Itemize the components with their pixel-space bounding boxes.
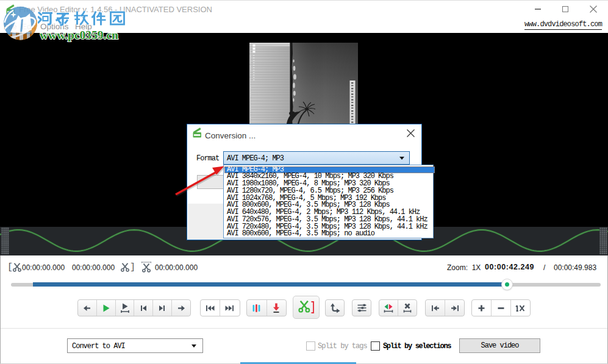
svg-text:www.pc0359.cn: www.pc0359.cn (40, 29, 118, 41)
